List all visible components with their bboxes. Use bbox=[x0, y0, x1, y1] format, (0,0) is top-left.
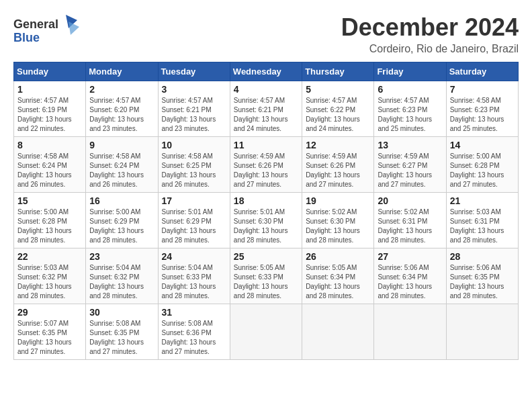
calendar-cell: 19 Sunrise: 5:02 AMSunset: 6:30 PMDaylig… bbox=[302, 193, 374, 248]
calendar-cell bbox=[446, 304, 518, 360]
day-info: Sunrise: 5:02 AMSunset: 6:30 PMDaylight:… bbox=[306, 208, 360, 244]
calendar-cell: 1 Sunrise: 4:57 AMSunset: 6:19 PMDayligh… bbox=[14, 81, 86, 137]
logo: General Blue bbox=[13, 13, 81, 47]
calendar-cell: 18 Sunrise: 5:01 AMSunset: 6:30 PMDaylig… bbox=[230, 193, 302, 248]
calendar-cell: 30 Sunrise: 5:08 AMSunset: 6:35 PMDaylig… bbox=[86, 304, 158, 360]
col-sunday: Sunday bbox=[14, 62, 86, 81]
day-info: Sunrise: 5:04 AMSunset: 6:32 PMDaylight:… bbox=[89, 264, 144, 300]
calendar-row: 8 Sunrise: 4:58 AMSunset: 6:24 PMDayligh… bbox=[14, 137, 519, 193]
calendar-cell bbox=[230, 304, 302, 360]
day-number: 20 bbox=[378, 195, 442, 206]
day-number: 2 bbox=[89, 84, 154, 95]
day-info: Sunrise: 4:59 AMSunset: 6:26 PMDaylight:… bbox=[306, 152, 360, 188]
day-info: Sunrise: 5:03 AMSunset: 6:32 PMDaylight:… bbox=[17, 264, 72, 300]
calendar-cell: 17 Sunrise: 5:01 AMSunset: 6:29 PMDaylig… bbox=[158, 193, 230, 248]
calendar-cell: 7 Sunrise: 4:58 AMSunset: 6:23 PMDayligh… bbox=[446, 81, 518, 137]
day-info: Sunrise: 5:04 AMSunset: 6:33 PMDaylight:… bbox=[162, 264, 216, 300]
day-info: Sunrise: 5:00 AMSunset: 6:28 PMDaylight:… bbox=[17, 208, 72, 244]
calendar-cell: 29 Sunrise: 5:07 AMSunset: 6:35 PMDaylig… bbox=[14, 304, 86, 360]
day-number: 19 bbox=[306, 195, 370, 206]
calendar-row: 15 Sunrise: 5:00 AMSunset: 6:28 PMDaylig… bbox=[14, 193, 519, 248]
calendar-cell: 4 Sunrise: 4:57 AMSunset: 6:21 PMDayligh… bbox=[230, 81, 302, 137]
day-number: 7 bbox=[450, 84, 515, 95]
day-number: 16 bbox=[89, 195, 154, 206]
day-number: 15 bbox=[17, 195, 82, 206]
calendar-cell: 20 Sunrise: 5:02 AMSunset: 6:31 PMDaylig… bbox=[374, 193, 446, 248]
day-number: 13 bbox=[378, 140, 442, 150]
calendar-table: Sunday Monday Tuesday Wednesday Thursday… bbox=[13, 62, 519, 360]
day-info: Sunrise: 5:07 AMSunset: 6:35 PMDaylight:… bbox=[17, 320, 72, 355]
calendar-cell: 6 Sunrise: 4:57 AMSunset: 6:23 PMDayligh… bbox=[374, 81, 446, 137]
day-number: 25 bbox=[234, 251, 298, 262]
day-number: 29 bbox=[17, 307, 82, 318]
calendar-cell bbox=[374, 304, 446, 360]
day-number: 31 bbox=[162, 307, 226, 318]
col-saturday: Saturday bbox=[446, 62, 518, 81]
day-number: 6 bbox=[378, 84, 442, 95]
calendar-cell: 27 Sunrise: 5:06 AMSunset: 6:34 PMDaylig… bbox=[374, 248, 446, 304]
calendar-cell: 3 Sunrise: 4:57 AMSunset: 6:21 PMDayligh… bbox=[158, 81, 230, 137]
calendar-row: 29 Sunrise: 5:07 AMSunset: 6:35 PMDaylig… bbox=[14, 304, 519, 360]
calendar-cell: 24 Sunrise: 5:04 AMSunset: 6:33 PMDaylig… bbox=[158, 248, 230, 304]
day-info: Sunrise: 5:01 AMSunset: 6:29 PMDaylight:… bbox=[162, 208, 216, 244]
day-info: Sunrise: 5:05 AMSunset: 6:33 PMDaylight:… bbox=[234, 264, 288, 300]
calendar-cell: 5 Sunrise: 4:57 AMSunset: 6:22 PMDayligh… bbox=[302, 81, 374, 137]
day-info: Sunrise: 4:57 AMSunset: 6:22 PMDaylight:… bbox=[306, 97, 360, 132]
title-block: December 2024 Cordeiro, Rio de Janeiro, … bbox=[341, 13, 519, 55]
col-monday: Monday bbox=[86, 62, 158, 81]
calendar-cell: 21 Sunrise: 5:03 AMSunset: 6:31 PMDaylig… bbox=[446, 193, 518, 248]
day-number: 9 bbox=[89, 140, 154, 150]
day-info: Sunrise: 4:57 AMSunset: 6:23 PMDaylight:… bbox=[378, 97, 432, 132]
day-number: 27 bbox=[378, 251, 442, 262]
logo-svg: General Blue bbox=[13, 13, 81, 47]
day-number: 28 bbox=[450, 251, 515, 262]
calendar-cell: 10 Sunrise: 4:58 AMSunset: 6:25 PMDaylig… bbox=[158, 137, 230, 193]
col-friday: Friday bbox=[374, 62, 446, 81]
day-info: Sunrise: 4:57 AMSunset: 6:20 PMDaylight:… bbox=[89, 97, 144, 132]
col-wednesday: Wednesday bbox=[230, 62, 302, 81]
svg-marker-3 bbox=[69, 21, 79, 35]
calendar-cell: 13 Sunrise: 4:59 AMSunset: 6:27 PMDaylig… bbox=[374, 137, 446, 193]
calendar-cell: 14 Sunrise: 5:00 AMSunset: 6:28 PMDaylig… bbox=[446, 137, 518, 193]
day-info: Sunrise: 4:57 AMSunset: 6:19 PMDaylight:… bbox=[17, 97, 72, 132]
day-number: 17 bbox=[162, 195, 226, 206]
calendar-cell: 31 Sunrise: 5:08 AMSunset: 6:36 PMDaylig… bbox=[158, 304, 230, 360]
day-info: Sunrise: 5:08 AMSunset: 6:36 PMDaylight:… bbox=[162, 320, 216, 355]
calendar-row: 22 Sunrise: 5:03 AMSunset: 6:32 PMDaylig… bbox=[14, 248, 519, 304]
day-info: Sunrise: 4:57 AMSunset: 6:21 PMDaylight:… bbox=[162, 97, 216, 132]
day-number: 3 bbox=[162, 84, 226, 95]
day-info: Sunrise: 4:58 AMSunset: 6:23 PMDaylight:… bbox=[450, 97, 504, 132]
day-number: 23 bbox=[89, 251, 154, 262]
day-info: Sunrise: 4:59 AMSunset: 6:27 PMDaylight:… bbox=[378, 152, 432, 188]
calendar-cell: 23 Sunrise: 5:04 AMSunset: 6:32 PMDaylig… bbox=[86, 248, 158, 304]
day-info: Sunrise: 5:03 AMSunset: 6:31 PMDaylight:… bbox=[450, 208, 504, 244]
svg-text:General: General bbox=[13, 17, 58, 31]
calendar-cell: 8 Sunrise: 4:58 AMSunset: 6:24 PMDayligh… bbox=[14, 137, 86, 193]
location: Cordeiro, Rio de Janeiro, Brazil bbox=[341, 43, 519, 55]
col-thursday: Thursday bbox=[302, 62, 374, 81]
day-info: Sunrise: 5:06 AMSunset: 6:34 PMDaylight:… bbox=[378, 264, 432, 300]
day-info: Sunrise: 5:00 AMSunset: 6:28 PMDaylight:… bbox=[450, 152, 504, 188]
day-info: Sunrise: 4:58 AMSunset: 6:24 PMDaylight:… bbox=[89, 152, 144, 188]
header-row: Sunday Monday Tuesday Wednesday Thursday… bbox=[14, 62, 519, 81]
day-number: 26 bbox=[306, 251, 370, 262]
calendar-cell: 22 Sunrise: 5:03 AMSunset: 6:32 PMDaylig… bbox=[14, 248, 86, 304]
svg-text:Blue: Blue bbox=[13, 31, 40, 44]
calendar-cell: 2 Sunrise: 4:57 AMSunset: 6:20 PMDayligh… bbox=[86, 81, 158, 137]
calendar-cell: 16 Sunrise: 5:00 AMSunset: 6:29 PMDaylig… bbox=[86, 193, 158, 248]
calendar-row: 1 Sunrise: 4:57 AMSunset: 6:19 PMDayligh… bbox=[14, 81, 519, 137]
day-number: 5 bbox=[306, 84, 370, 95]
day-number: 30 bbox=[89, 307, 154, 318]
day-info: Sunrise: 4:58 AMSunset: 6:25 PMDaylight:… bbox=[162, 152, 216, 188]
calendar-cell: 15 Sunrise: 5:00 AMSunset: 6:28 PMDaylig… bbox=[14, 193, 86, 248]
col-tuesday: Tuesday bbox=[158, 62, 230, 81]
calendar-cell: 26 Sunrise: 5:05 AMSunset: 6:34 PMDaylig… bbox=[302, 248, 374, 304]
month-title: December 2024 bbox=[341, 13, 519, 42]
calendar-cell: 25 Sunrise: 5:05 AMSunset: 6:33 PMDaylig… bbox=[230, 248, 302, 304]
day-info: Sunrise: 5:05 AMSunset: 6:34 PMDaylight:… bbox=[306, 264, 360, 300]
day-number: 14 bbox=[450, 140, 515, 150]
calendar-cell: 12 Sunrise: 4:59 AMSunset: 6:26 PMDaylig… bbox=[302, 137, 374, 193]
calendar-cell: 28 Sunrise: 5:06 AMSunset: 6:35 PMDaylig… bbox=[446, 248, 518, 304]
day-number: 10 bbox=[162, 140, 226, 150]
day-number: 18 bbox=[234, 195, 298, 206]
